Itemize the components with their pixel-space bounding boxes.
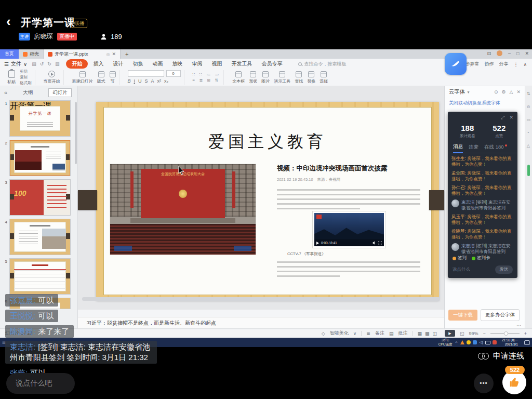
cpu-temp-widget[interactable]: 36°CCPU温度 xyxy=(438,338,453,347)
clock-widget[interactable]: 21:33 周一2021/3/1 xyxy=(500,338,520,347)
quick-icon[interactable]: ▥ xyxy=(55,61,60,66)
keyboard-icon[interactable] xyxy=(485,341,490,344)
tab-docer[interactable]: 稻壳 xyxy=(19,49,44,59)
file-menu[interactable]: ☰ 文件 ∨ xyxy=(4,60,27,68)
pane-title-caret[interactable]: ▾ xyxy=(468,90,470,95)
comments-toggle[interactable]: 批注 xyxy=(398,330,407,337)
assistant-tab[interactable]: 消息 xyxy=(453,143,463,153)
ribbon-tab[interactable]: 插入 xyxy=(89,59,108,69)
minimize-button[interactable]: – xyxy=(508,51,511,56)
format-button[interactable]: B xyxy=(128,78,131,84)
request-connect-button[interactable]: 申请连线 xyxy=(478,351,524,361)
edge-tool-icon[interactable]: ◔ xyxy=(527,130,531,135)
slide-thumbnail[interactable] xyxy=(9,219,71,255)
format-button[interactable]: I xyxy=(134,78,136,84)
tab-outline[interactable]: 大纲 xyxy=(23,89,33,96)
ribbon-tool-button[interactable]: 选择 xyxy=(320,71,328,84)
format-button[interactable]: U xyxy=(138,78,142,84)
view-mode-icon[interactable]: ⊡ xyxy=(487,51,491,56)
ribbon-tab[interactable]: 放映 xyxy=(168,59,187,69)
notification-center-icon[interactable] xyxy=(524,340,530,345)
volume-tray-icon[interactable]: ◁) xyxy=(479,340,483,344)
restore-button[interactable]: □ xyxy=(516,51,519,56)
assistant-chat-input[interactable]: 说点什么 xyxy=(453,267,470,273)
expand-icon[interactable]: ⤢ xyxy=(501,115,504,121)
ribbon-tab[interactable]: 会员专享 xyxy=(257,59,286,69)
pane-header-icon[interactable]: ✕ xyxy=(516,89,521,95)
zoom-slider-knob[interactable] xyxy=(504,331,508,336)
vlc-icon[interactable] xyxy=(460,340,464,344)
volume-icon[interactable] xyxy=(373,241,376,245)
view-mode-button[interactable]: ▦ xyxy=(417,331,422,336)
pane-header-icon[interactable]: ⊙ xyxy=(494,89,498,95)
command-search[interactable]: 查找命令，搜索模板 xyxy=(298,61,346,68)
tab-close-icon[interactable]: ✕ xyxy=(112,51,116,57)
edge-tool-icon[interactable]: ⇅ xyxy=(527,91,531,96)
thumbnail-row[interactable]: 4 xyxy=(0,217,77,257)
share-button[interactable]: 分享 xyxy=(499,61,508,68)
video-play-icon[interactable] xyxy=(316,242,319,245)
account-avatar[interactable] xyxy=(497,50,502,56)
font-pane-link[interactable]: 关闭联动切换至系统字体 xyxy=(445,98,525,109)
collaborate-button[interactable]: 协作 xyxy=(484,61,494,68)
play-from-current-button[interactable]: 当页开始 xyxy=(44,71,60,84)
quick-icon[interactable]: ↺ xyxy=(40,61,44,66)
ribbon-tool-button[interactable]: 形状 xyxy=(249,71,257,84)
assistant-tab[interactable]: 在线 180 xyxy=(484,144,504,153)
align-buttons[interactable]: ≡ ≣ ⊞ ⇅ xyxy=(193,78,221,83)
format-button[interactable]: S xyxy=(145,78,148,84)
tray-expand-icon[interactable]: ^ xyxy=(455,340,457,345)
slide-thumbnail[interactable] xyxy=(9,140,71,176)
clipboard-mini-button[interactable]: 剪切 xyxy=(20,69,32,74)
signin-card-chip[interactable]: 签到卡 xyxy=(472,255,490,261)
edge-scroll-thumb[interactable] xyxy=(527,165,530,176)
beautify-caret[interactable]: ∨ xyxy=(353,331,357,336)
new-tab-button[interactable]: + xyxy=(121,49,133,59)
slide-thumbnail[interactable]: 开学第一课 开学第一课 xyxy=(9,100,71,137)
thumbnail-row[interactable]: 5 xyxy=(0,257,77,296)
player-menu-icon[interactable]: ≡ xyxy=(2,339,5,345)
pane-header-icon[interactable]: ⚙ xyxy=(501,89,506,95)
collapse-panel-icon[interactable]: « xyxy=(4,89,7,96)
font-name-select[interactable] xyxy=(128,70,164,77)
thumbnail-row[interactable]: 2 xyxy=(0,138,77,178)
quick-icon[interactable]: ↻ xyxy=(47,61,51,66)
layout-button[interactable]: 版式 xyxy=(97,71,105,84)
thumbnail-row[interactable]: 3 100 100 xyxy=(0,178,77,217)
slide-thumbnail[interactable]: 100 100 xyxy=(9,179,71,216)
list-buttons[interactable]: ∷ ∷ ≔ ≕ xyxy=(193,72,221,77)
ribbon-tab[interactable]: 切换 xyxy=(128,59,147,69)
view-mode-button[interactable]: ◫ xyxy=(432,331,437,336)
ribbon-tab[interactable]: 动画 xyxy=(148,59,167,69)
close-button[interactable]: ✕ xyxy=(525,51,529,56)
more-menu-icon[interactable]: ⋮ xyxy=(513,62,518,67)
pane-ellipsis[interactable]: ⋯ xyxy=(516,323,522,328)
ribbon-tool-button[interactable]: 查找 xyxy=(295,71,303,84)
thumbnail-scrollbar[interactable] xyxy=(75,102,77,164)
tray-app-icon[interactable] xyxy=(467,340,471,344)
zoom-level[interactable]: 99% xyxy=(469,331,478,336)
quick-icon[interactable]: ▤ xyxy=(32,61,36,66)
edge-tool-icon[interactable]: △ xyxy=(527,143,531,148)
format-button[interactable]: A xyxy=(151,78,154,84)
embedded-video-player[interactable]: 0:00 / 8:41 xyxy=(314,213,384,246)
download-all-button[interactable]: 一键下载 xyxy=(448,310,477,321)
ribbon-tool-button[interactable]: 文本框 xyxy=(232,71,245,84)
more-fonts-button[interactable]: 更多办公字体 xyxy=(481,309,520,321)
section-button[interactable]: 节 xyxy=(110,71,116,84)
assistant-tab[interactable]: 连麦 xyxy=(469,144,478,153)
ribbon-tab[interactable]: 视图 xyxy=(207,59,226,69)
zoom-out-button[interactable]: − xyxy=(483,331,485,336)
format-button[interactable]: x₂ xyxy=(164,78,168,84)
back-icon[interactable]: ‹ xyxy=(6,15,11,28)
clipboard-mini-button[interactable]: 复制 xyxy=(20,75,32,80)
ribbon-tool-button[interactable]: 替换 xyxy=(307,71,315,84)
pane-header-icon[interactable]: △ xyxy=(510,89,513,95)
ribbon-tab[interactable]: 开发工具 xyxy=(227,59,256,69)
format-button[interactable]: x² xyxy=(157,78,162,84)
current-slide[interactable]: 爱国主义教育 全国脱贫攻坚总结表彰大会 视频：中印边境冲突现场画面首次披露 20 xyxy=(96,102,439,300)
edge-tool-icon[interactable]: ▭ xyxy=(527,117,531,122)
edge-tool-icon[interactable]: ⊙ xyxy=(527,104,531,109)
wps-cloud-logo[interactable] xyxy=(445,53,467,75)
new-slide-button[interactable]: 新建幻灯片 xyxy=(72,71,93,84)
